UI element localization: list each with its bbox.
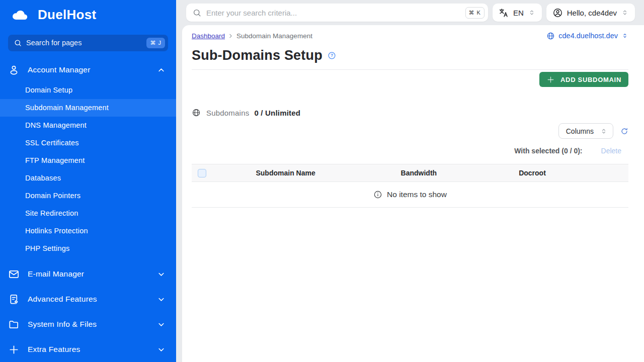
sidebar-item-domain-setup[interactable]: Domain Setup — [0, 81, 176, 99]
domain-name: cde4.duelhost.dev — [558, 32, 618, 40]
title-divider — [192, 69, 628, 70]
sidebar-search-input[interactable] — [26, 39, 142, 47]
folder-icon — [8, 319, 20, 330]
usage-value: 0 / Unlimited — [254, 109, 300, 117]
user-greeting: Hello, cde4dev — [567, 9, 617, 17]
sidebar-nav: Account Manager Domain Setup Subdomain M… — [0, 51, 176, 362]
sidebar-item-subdomain-management[interactable]: Subdomain Management — [0, 99, 176, 117]
column-header-docroot[interactable]: Docroot — [480, 164, 585, 182]
domain-selector[interactable]: cde4.duelhost.dev — [546, 32, 628, 40]
usage-label: Subdomains — [206, 109, 249, 117]
global-search-shortcut: ⌘ K — [465, 7, 485, 19]
translate-icon — [499, 8, 509, 18]
section-label: E-mail Manager — [28, 269, 148, 279]
cloud-logo-icon — [8, 7, 31, 23]
help-icon[interactable]: ? — [328, 51, 336, 60]
sidebar-item-ftp-management[interactable]: FTP Management — [0, 152, 176, 169]
svg-text:?: ? — [331, 53, 333, 58]
sidebar-search: ⌘ J — [8, 35, 168, 51]
global-search: ⌘ K — [186, 4, 488, 22]
topbar: ⌘ K EN Hello, cde4dev — [176, 0, 644, 25]
expand-icon — [528, 9, 536, 17]
sidebar-section-system-info-files[interactable]: System Info & Files — [0, 312, 176, 337]
plus-icon — [8, 344, 20, 355]
section-label: Extra Features — [28, 345, 148, 354]
empty-message: No items to show — [387, 190, 447, 199]
section-label: Account Manager — [28, 65, 148, 74]
app-logo[interactable]: DuelHost — [0, 0, 176, 30]
section-label: System Info & Files — [28, 320, 148, 329]
chevron-down-icon — [156, 320, 166, 329]
expand-icon — [621, 32, 628, 39]
user-icon — [8, 64, 20, 76]
globe-icon — [546, 32, 555, 40]
empty-state-row: No items to show — [192, 182, 628, 208]
column-header-bandwidth[interactable]: Bandwidth — [358, 164, 480, 182]
with-selected-label: With selected (0 / 0): — [514, 147, 582, 155]
breadcrumb: Dashboard Subdomain Management — [192, 32, 312, 40]
page-title: Sub-Domains Setup — [192, 48, 323, 63]
file-gear-icon — [8, 294, 20, 305]
search-icon — [14, 39, 22, 47]
plus-icon — [546, 75, 555, 84]
language-selector[interactable]: EN — [493, 4, 542, 22]
sidebar-section-extra-features[interactable]: Extra Features — [0, 337, 176, 362]
search-icon — [192, 8, 202, 18]
breadcrumb-current: Subdomain Management — [236, 32, 312, 40]
sidebar-item-site-redirection[interactable]: Site Redirection — [0, 205, 176, 222]
sidebar-section-account-manager[interactable]: Account Manager — [0, 58, 176, 81]
brand-name: DuelHost — [38, 7, 97, 23]
table-header-row: Subdomain Name Bandwidth Docroot — [192, 164, 628, 182]
user-menu[interactable]: Hello, cde4dev — [546, 4, 635, 22]
sidebar-search-shortcut: ⌘ J — [146, 38, 165, 48]
empty-state: No items to show — [192, 190, 628, 199]
columns-dropdown[interactable]: Columns — [558, 123, 613, 139]
user-circle-icon — [552, 8, 563, 18]
chevron-down-icon — [156, 269, 166, 279]
globe-icon — [192, 108, 201, 117]
account-manager-submenu: Domain Setup Subdomain Management DNS Ma… — [0, 81, 176, 257]
subdomains-table: Subdomain Name Bandwidth Docroot No item… — [192, 164, 628, 208]
chevron-down-icon — [156, 345, 166, 354]
sidebar-item-php-settings[interactable]: PHP Settings — [0, 240, 176, 257]
select-all-checkbox[interactable] — [198, 169, 206, 177]
content-panel: Dashboard Subdomain Management cde4.duel… — [182, 25, 644, 362]
add-subdomain-label: ADD SUBDOMAIN — [560, 76, 621, 83]
chevron-down-icon — [156, 295, 166, 304]
sidebar-section-advanced-features[interactable]: Advanced Features — [0, 287, 176, 312]
envelope-icon — [8, 268, 20, 280]
sidebar-item-databases[interactable]: Databases — [0, 169, 176, 187]
sidebar-item-domain-pointers[interactable]: Domain Pointers — [0, 187, 176, 205]
expand-icon — [600, 127, 608, 135]
sidebar-item-hotlinks-protection[interactable]: Hotlinks Protection — [0, 222, 176, 240]
sidebar: DuelHost ⌘ J Account Manager Domain Setu… — [0, 0, 176, 362]
add-subdomain-button[interactable]: ADD SUBDOMAIN — [539, 72, 628, 87]
info-icon — [373, 190, 382, 199]
breadcrumb-dashboard-link[interactable]: Dashboard — [192, 32, 225, 40]
sidebar-section-email-manager[interactable]: E-mail Manager — [0, 261, 176, 287]
chevron-right-icon — [227, 33, 234, 39]
sidebar-item-ssl-certificates[interactable]: SSL Certificates — [0, 134, 176, 152]
section-label: Advanced Features — [28, 295, 148, 304]
delete-selected-button[interactable]: Delete — [601, 147, 621, 155]
chevron-up-icon — [156, 65, 166, 75]
global-search-input[interactable] — [206, 9, 461, 17]
refresh-icon — [620, 127, 628, 135]
columns-label: Columns — [566, 127, 594, 135]
refresh-button[interactable] — [620, 127, 628, 135]
subdomains-usage: Subdomains 0 / Unlimited — [192, 108, 628, 117]
sidebar-item-dns-management[interactable]: DNS Management — [0, 117, 176, 134]
column-header-subdomain-name[interactable]: Subdomain Name — [213, 164, 357, 182]
language-label: EN — [513, 9, 524, 17]
expand-icon — [621, 9, 629, 17]
main-area: ⌘ K EN Hello, cde4dev Dashboard — [176, 0, 644, 362]
